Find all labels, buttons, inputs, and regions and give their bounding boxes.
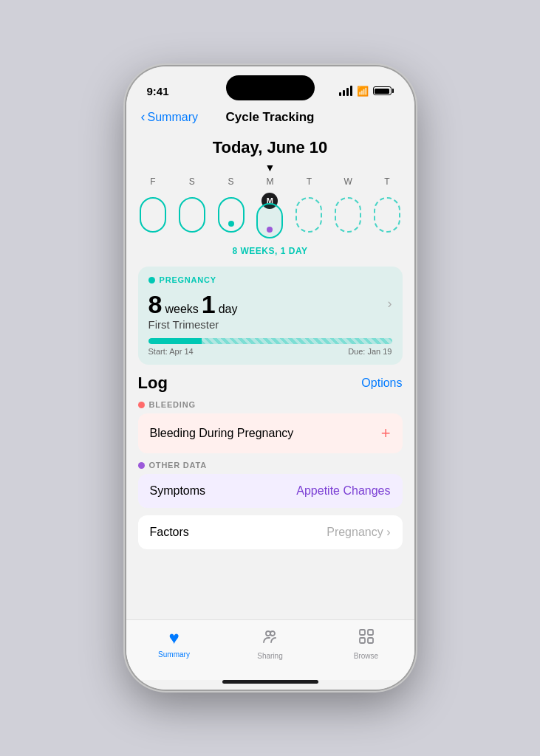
pregnancy-days-num: 1 bbox=[202, 292, 216, 317]
tab-browse-label: Browse bbox=[354, 652, 378, 660]
tab-summary-label: Summary bbox=[158, 650, 190, 659]
pregnancy-info: 8 weeks 1 day First Trimester bbox=[148, 292, 238, 331]
symptoms-label: Symptoms bbox=[150, 484, 206, 498]
factors-card[interactable]: Factors Pregnancy › bbox=[138, 515, 403, 549]
cycle-cell-5 bbox=[335, 197, 361, 233]
home-indicator bbox=[222, 680, 318, 684]
cycle-oval-2 bbox=[218, 197, 245, 233]
cycle-circles: M bbox=[134, 191, 407, 244]
pregnancy-header: PREGNANCY bbox=[148, 275, 392, 284]
back-label: Summary bbox=[148, 111, 198, 124]
svg-rect-5 bbox=[368, 638, 373, 643]
progress-dates: Start: Apr 14 Due: Jan 19 bbox=[148, 347, 392, 356]
cycle-cell-6 bbox=[374, 197, 400, 233]
tab-summary[interactable]: ♥ Summary bbox=[126, 628, 222, 659]
symptoms-card[interactable]: Symptoms Appetite Changes bbox=[138, 474, 403, 508]
dynamic-island bbox=[226, 75, 315, 100]
log-title: Log bbox=[138, 374, 168, 393]
options-button[interactable]: Options bbox=[361, 377, 402, 390]
scroll-content: Today, June 10 ▼ F S S M T W T bbox=[126, 131, 414, 619]
pregnancy-card-inner: 8 weeks 1 day First Trimester › bbox=[148, 292, 392, 331]
status-icons: 📶 bbox=[339, 86, 394, 97]
factors-chevron-icon: › bbox=[386, 526, 390, 538]
progress-bar-fill bbox=[148, 338, 202, 344]
cycle-oval-0 bbox=[140, 197, 166, 233]
factors-value: Pregnancy › bbox=[327, 526, 390, 539]
cycle-cell-today: M bbox=[256, 203, 283, 238]
wifi-icon: 📶 bbox=[357, 86, 369, 97]
pregnancy-days-label: day bbox=[219, 303, 238, 316]
bleeding-item-title: Bleeding During Pregnancy bbox=[150, 427, 294, 440]
log-section: Log Options BLEEDING Bleeding During Pre… bbox=[126, 374, 414, 549]
cycle-cell-1 bbox=[179, 197, 205, 233]
tab-bar: ♥ Summary Sharing bbox=[126, 619, 414, 680]
weeks-label: 8 WEEKS, 1 DAY bbox=[134, 244, 407, 264]
cycle-oval-5 bbox=[335, 197, 361, 233]
nav-title: Cycle Tracking bbox=[205, 110, 335, 125]
purple-dot bbox=[267, 227, 273, 233]
progress-bar-container: Start: Apr 14 Due: Jan 19 bbox=[148, 338, 392, 356]
svg-rect-3 bbox=[368, 630, 373, 635]
factors-label: Factors bbox=[150, 526, 189, 539]
day-label-6: T bbox=[372, 176, 402, 187]
day-label-3: M bbox=[255, 176, 284, 187]
browse-icon bbox=[358, 628, 375, 650]
start-date: Start: Apr 14 bbox=[148, 347, 194, 356]
pregnancy-label: PREGNANCY bbox=[160, 275, 217, 284]
day-label-5: W bbox=[333, 176, 363, 187]
pregnancy-trimester: First Trimester bbox=[148, 318, 238, 331]
battery-icon bbox=[373, 86, 394, 95]
sharing-icon bbox=[262, 628, 279, 650]
svg-point-1 bbox=[270, 631, 275, 636]
status-time: 9:41 bbox=[147, 85, 169, 97]
cycle-oval-today bbox=[256, 203, 283, 238]
cycle-cell-2 bbox=[218, 197, 245, 233]
pregnancy-dot bbox=[148, 277, 155, 284]
other-dot bbox=[138, 462, 145, 469]
day-label-2: S bbox=[216, 176, 246, 187]
day-labels: F S S M T W T bbox=[134, 176, 407, 187]
nav-bar: ‹ Summary Cycle Tracking bbox=[126, 105, 414, 131]
teal-dot bbox=[228, 221, 234, 227]
other-category-label: OTHER DATA bbox=[149, 461, 207, 470]
cycle-oval-4 bbox=[295, 197, 322, 233]
phone-screen: 9:41 📶 ‹ Sum bbox=[126, 66, 414, 690]
svg-rect-2 bbox=[360, 630, 365, 635]
pregnancy-weeks-label: weeks bbox=[165, 303, 198, 316]
tab-sharing[interactable]: Sharing bbox=[222, 628, 318, 660]
pregnancy-weeks-row: 8 weeks 1 day bbox=[148, 292, 238, 317]
back-button[interactable]: ‹ Summary bbox=[141, 109, 206, 125]
day-label-4: T bbox=[294, 176, 324, 187]
day-label-1: S bbox=[177, 176, 207, 187]
progress-bar-track bbox=[148, 338, 392, 344]
pregnancy-weeks-num: 8 bbox=[148, 292, 163, 317]
cycle-cell-0 bbox=[140, 197, 166, 233]
bleeding-category-header: BLEEDING bbox=[138, 400, 403, 409]
log-header: Log Options bbox=[138, 374, 403, 393]
svg-rect-4 bbox=[360, 638, 365, 643]
tab-sharing-label: Sharing bbox=[257, 652, 282, 660]
date-heading: Today, June 10 bbox=[126, 131, 414, 162]
symptoms-value: Appetite Changes bbox=[296, 484, 390, 498]
day-label-0: F bbox=[138, 176, 168, 187]
cycle-oval-1 bbox=[179, 197, 205, 233]
calendar-strip: ▼ F S S M T W T bbox=[126, 162, 414, 264]
pregnancy-chevron-icon: › bbox=[388, 292, 392, 312]
tab-browse[interactable]: Browse bbox=[318, 628, 414, 660]
signal-bars-icon bbox=[339, 86, 352, 96]
add-bleeding-icon[interactable]: + bbox=[381, 424, 391, 443]
heart-icon: ♥ bbox=[168, 628, 179, 648]
pregnancy-section[interactable]: PREGNANCY 8 weeks 1 day First Trimester … bbox=[138, 267, 403, 365]
due-date: Due: Jan 19 bbox=[348, 347, 392, 356]
phone-frame: 9:41 📶 ‹ Sum bbox=[126, 66, 414, 690]
back-chevron-icon: ‹ bbox=[141, 109, 146, 125]
calendar-arrow-icon: ▼ bbox=[134, 162, 407, 173]
cycle-cell-4 bbox=[295, 197, 322, 233]
bleeding-category-label: BLEEDING bbox=[149, 400, 196, 409]
bleeding-dot bbox=[138, 402, 145, 408]
cycle-oval-6 bbox=[374, 197, 400, 233]
bleeding-card[interactable]: Bleeding During Pregnancy + bbox=[138, 413, 403, 453]
other-category-header: OTHER DATA bbox=[138, 461, 403, 470]
progress-bar-striped bbox=[202, 338, 392, 344]
